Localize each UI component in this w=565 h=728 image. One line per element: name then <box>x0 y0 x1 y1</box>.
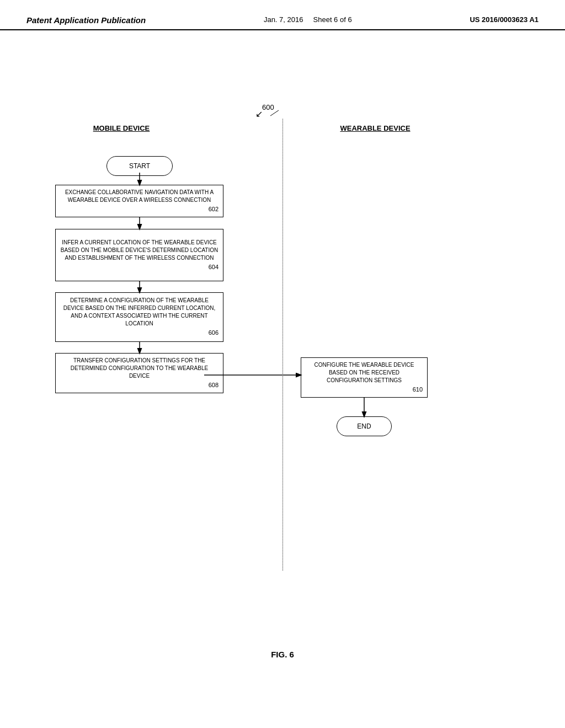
page-header: Patent Application Publication Jan. 7, 2… <box>0 0 565 30</box>
header-center: Jan. 7, 2016 Sheet 6 of 6 <box>264 15 352 24</box>
end-node: END <box>337 416 392 436</box>
start-node: START <box>106 156 173 176</box>
box-610: CONFIGURE THE WEARABLE DEVICE BASED ON T… <box>301 357 428 398</box>
box-602: EXCHANGE COLLABORATIVE NAVIGATION DATA W… <box>55 185 223 217</box>
col-left-label: MOBILE DEVICE <box>66 124 177 132</box>
divider-line <box>282 119 283 571</box>
col-right-label: WEARABLE DEVICE <box>320 124 430 132</box>
diagram-area: 600 ↙ MOBILE DEVICE WEARABLE DEVICE STAR… <box>0 30 565 692</box>
fig-label: FIG. 6 <box>271 650 294 659</box>
ref-600: 600 ↙ <box>262 103 274 111</box>
sheet-number: Sheet 6 of 6 <box>313 15 352 24</box>
box-608: TRANSFER CONFIGURATION SETTINGS FOR THE … <box>55 353 223 393</box>
box-604: INFER A CURRENT LOCATION OF THE WEARABLE… <box>55 229 223 281</box>
box-606: DETERMINE A CONFIGURATION OF THE WEARABL… <box>55 292 223 342</box>
publication-date: Jan. 7, 2016 <box>264 15 303 24</box>
publication-label: Patent Application Publication <box>26 15 146 25</box>
patent-number: US 2016/0003623 A1 <box>470 15 539 24</box>
